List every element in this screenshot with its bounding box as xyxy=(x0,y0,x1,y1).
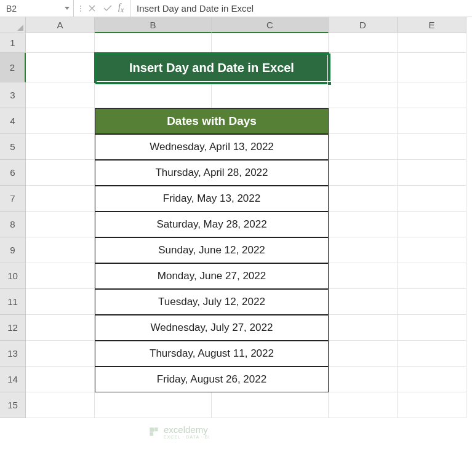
column-header-a[interactable]: A xyxy=(26,17,95,33)
confirm-icon[interactable] xyxy=(100,0,116,17)
row-header-5[interactable]: 5 xyxy=(0,134,26,160)
watermark: exceldemy EXCEL · DATA · BI xyxy=(148,424,210,439)
table-row[interactable]: Friday, August 26, 2022 xyxy=(95,367,329,392)
cell[interactable] xyxy=(26,33,95,53)
table-row[interactable]: Thursday, August 11, 2022 xyxy=(95,341,329,367)
cell[interactable] xyxy=(398,315,466,341)
cell[interactable] xyxy=(329,341,398,367)
row-header-13[interactable]: 13 xyxy=(0,341,26,367)
row-headers: 123456789101112131415 xyxy=(0,33,26,418)
watermark-brand: exceldemy xyxy=(164,424,208,435)
cell[interactable] xyxy=(329,134,398,160)
cell[interactable] xyxy=(329,186,398,212)
table-row[interactable]: Wednesday, April 13, 2022 xyxy=(95,134,329,160)
cell[interactable] xyxy=(398,160,466,186)
cell[interactable] xyxy=(26,212,95,237)
cell[interactable] xyxy=(26,82,95,108)
cell[interactable] xyxy=(329,82,398,108)
name-box[interactable]: B2 xyxy=(0,0,74,17)
column-headers: ABCDE xyxy=(26,17,466,33)
row-header-15[interactable]: 15 xyxy=(0,392,26,418)
row-header-6[interactable]: 6 xyxy=(0,160,26,186)
table-row[interactable]: Wednesday, July 27, 2022 xyxy=(95,315,329,341)
cell[interactable] xyxy=(329,289,398,315)
row-header-2[interactable]: 2 xyxy=(0,53,26,82)
cancel-icon[interactable] xyxy=(84,0,100,17)
cell[interactable] xyxy=(398,392,466,418)
cell[interactable] xyxy=(398,237,466,263)
row-header-7[interactable]: 7 xyxy=(0,186,26,212)
cell[interactable] xyxy=(26,392,95,418)
cell[interactable] xyxy=(329,392,398,418)
cell[interactable] xyxy=(398,263,466,289)
select-all-corner[interactable] xyxy=(0,17,26,33)
watermark-logo-icon xyxy=(148,426,160,438)
cell[interactable] xyxy=(398,212,466,237)
formula-input[interactable]: Insert Day and Date in Excel xyxy=(130,0,472,17)
cell[interactable] xyxy=(26,108,95,134)
row-header-12[interactable]: 12 xyxy=(0,315,26,341)
cell[interactable] xyxy=(329,263,398,289)
cell[interactable] xyxy=(26,367,95,392)
drag-handle-icon[interactable] xyxy=(78,6,84,12)
row-header-4[interactable]: 4 xyxy=(0,108,26,134)
column-header-b[interactable]: B xyxy=(95,17,212,33)
cell[interactable] xyxy=(398,186,466,212)
name-box-value: B2 xyxy=(6,4,17,14)
cell[interactable] xyxy=(398,82,466,108)
cell[interactable] xyxy=(26,186,95,212)
cell[interactable] xyxy=(26,134,95,160)
formula-bar: B2 fx Insert Day and Date in Excel xyxy=(0,0,472,17)
watermark-tagline: EXCEL · DATA · BI xyxy=(164,435,210,439)
cell[interactable] xyxy=(329,315,398,341)
cell[interactable] xyxy=(212,33,329,53)
cell[interactable] xyxy=(26,53,95,82)
cell[interactable] xyxy=(26,160,95,186)
cell[interactable] xyxy=(95,82,212,108)
column-header-d[interactable]: D xyxy=(329,17,398,33)
table-row[interactable]: Thursday, April 28, 2022 xyxy=(95,160,329,186)
cell[interactable] xyxy=(95,33,212,53)
row-header-14[interactable]: 14 xyxy=(0,367,26,392)
cell[interactable] xyxy=(329,160,398,186)
cell[interactable] xyxy=(26,263,95,289)
cell[interactable] xyxy=(26,289,95,315)
cell[interactable] xyxy=(329,237,398,263)
cell[interactable] xyxy=(398,33,466,53)
cell[interactable] xyxy=(212,392,329,418)
cells-area[interactable]: Insert Day and Date in ExcelDates with D… xyxy=(26,33,466,418)
fx-icon[interactable]: fx xyxy=(116,2,126,14)
title-cell[interactable]: Insert Day and Date in Excel xyxy=(95,53,329,82)
cell[interactable] xyxy=(329,53,398,82)
row-header-9[interactable]: 9 xyxy=(0,237,26,263)
table-header-cell[interactable]: Dates with Days xyxy=(95,108,329,134)
cell[interactable] xyxy=(398,108,466,134)
table-row[interactable]: Monday, June 27, 2022 xyxy=(95,263,329,289)
cell[interactable] xyxy=(95,392,212,418)
cell[interactable] xyxy=(26,341,95,367)
cell[interactable] xyxy=(398,367,466,392)
table-row[interactable]: Saturday, May 28, 2022 xyxy=(95,212,329,237)
cell[interactable] xyxy=(329,212,398,237)
column-header-e[interactable]: E xyxy=(398,17,466,33)
cell[interactable] xyxy=(398,53,466,82)
cell[interactable] xyxy=(329,108,398,134)
table-row[interactable]: Tuesday, July 12, 2022 xyxy=(95,289,329,315)
row-header-10[interactable]: 10 xyxy=(0,263,26,289)
cell[interactable] xyxy=(398,289,466,315)
cell[interactable] xyxy=(329,367,398,392)
table-row[interactable]: Friday, May 13, 2022 xyxy=(95,186,329,212)
cell[interactable] xyxy=(329,33,398,53)
chevron-down-icon[interactable] xyxy=(65,7,70,10)
column-header-c[interactable]: C xyxy=(212,17,329,33)
row-header-11[interactable]: 11 xyxy=(0,289,26,315)
cell[interactable] xyxy=(212,82,329,108)
row-header-8[interactable]: 8 xyxy=(0,212,26,237)
cell[interactable] xyxy=(398,341,466,367)
cell[interactable] xyxy=(26,237,95,263)
row-header-3[interactable]: 3 xyxy=(0,82,26,108)
cell[interactable] xyxy=(398,134,466,160)
row-header-1[interactable]: 1 xyxy=(0,33,26,53)
table-row[interactable]: Sunday, June 12, 2022 xyxy=(95,237,329,263)
cell[interactable] xyxy=(26,315,95,341)
